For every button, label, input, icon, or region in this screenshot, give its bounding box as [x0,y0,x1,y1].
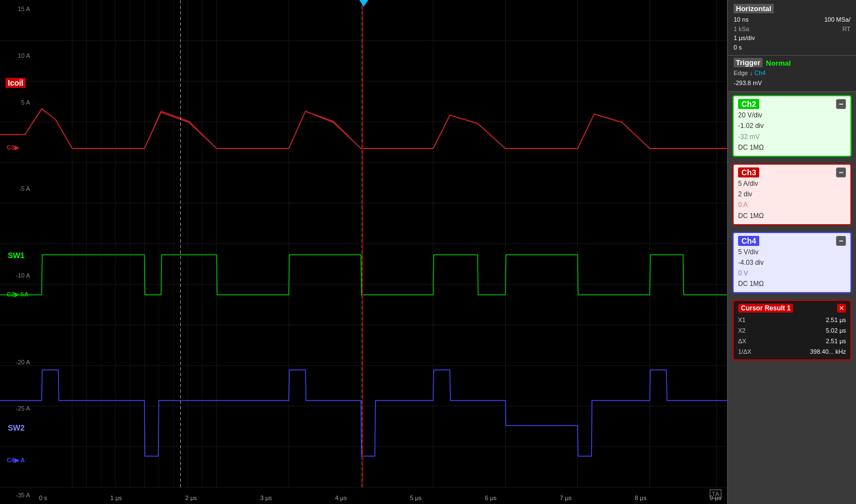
ch4-card-header: Ch4 − [738,236,846,246]
ch3-offset-val: 0 A [738,200,846,210]
x-label-5us: 5 μs [410,495,422,501]
oscilloscope-display: 15 A 10 A 5 A -5 A -10 A -20 A -25 A -35… [0,0,728,504]
cursor-close-button[interactable]: ✕ [837,304,846,313]
record-val: 1 kSa [734,24,749,34]
cursor-dx-row: ΔX 2.51 μs [738,336,846,347]
divs-val: 1 μs/div [734,33,755,43]
scope-svg [0,0,727,504]
x-label-7us: 7 μs [560,495,571,501]
x-label-0s: 0 s [39,495,47,501]
cursor-x2-val: 5.02 μs [826,325,846,336]
ch3-minus-button[interactable]: − [836,167,846,177]
cursor-x1-row: X1 2.51 μs [738,315,846,325]
cursor-x1-label: X1 [738,315,745,325]
x-label-8us: 8 μs [635,495,646,501]
trigger-type-row: Edge ↓ Ch4 [734,68,850,78]
ch2-card[interactable]: Ch2 − 20 V/div -1.02 div -32 mV DC 1MΩ [733,95,852,157]
ch4-info: 5 V/div -4.03 div 0 V DC 1MΩ [738,247,846,290]
cursor-title: Cursor Result 1 [738,304,793,313]
cursor-result-card: Cursor Result 1 ✕ X1 2.51 μs X2 5.02 μs … [733,300,852,360]
ch2-volts-div: 20 V/div [738,110,846,121]
trigger-type: Edge [734,70,748,76]
ch2-sw1-signal [0,255,727,295]
ch3-volts-div: 5 A/div [738,179,846,189]
horizontal-offset-row: 0 s [734,43,850,52]
ch3-offset-div: 2 div [738,189,846,200]
ch2-name: Ch2 [738,99,759,109]
cursor-x2-row: X2 5.02 μs [738,325,846,336]
timebase-val: 10 ns [734,15,749,24]
ch3-icoil-signal [0,109,727,149]
x-label-2us: 2 μs [185,495,197,501]
ch4-offset-val: 0 V [738,268,846,279]
trigger-marker [359,0,368,7]
ch3-info: 5 A/div 2 div 0 A DC 1MΩ [738,179,846,221]
cursor-inv-label: 1/ΔX [738,347,751,357]
ta-badge: TA [710,490,721,498]
horizontal-title: Horizontal [734,3,850,15]
x-label-6us: 6 μs [485,495,497,501]
trigger-section: Trigger Normal Edge ↓ Ch4 -293.8 mV [728,56,856,92]
horizontal-record-row: 1 kSa RT [734,24,850,34]
c2-marker: C2▶ 5A [4,290,31,299]
sw2-label: SW2 [6,423,27,433]
ch4-offset-div: -4.03 div [738,258,846,268]
cursor-dx-label: ΔX [738,336,746,347]
ch3-name: Ch3 [738,167,759,177]
ch4-volts-div: 5 V/div [738,247,846,258]
sample-rate-val: 100 MSa/ [824,15,850,24]
cursor-card-header: Cursor Result 1 ✕ [738,304,846,313]
trigger-level-row: -293.8 mV [734,78,850,88]
ch4-card[interactable]: Ch4 − 5 V/div -4.03 div 0 V DC 1MΩ [733,232,852,294]
cursor-dx-val: 2.51 μs [826,336,846,347]
trigger-title: Trigger [734,58,763,67]
ch2-minus-button[interactable]: − [836,99,846,109]
x-label-3us: 3 μs [260,495,272,501]
ch3-coupling: DC 1MΩ [738,211,846,221]
cursor-inv-row: 1/ΔX 398.40... kHz [738,347,846,357]
trigger-level: -293.8 mV [734,80,762,86]
c4-marker: C4▶ A [4,456,27,465]
ch3-card-header: Ch3 − [738,167,846,177]
cursor-x1-val: 2.51 μs [826,315,846,325]
offset-val: 0 s [734,43,742,52]
trigger-status: Normal [766,59,791,67]
mode-val: RT [843,24,850,34]
ch4-minus-button[interactable]: − [836,236,846,246]
ch2-coupling: DC 1MΩ [738,142,846,153]
trigger-channel: Ch4 [754,70,765,76]
x-axis-labels: 0 s 1 μs 2 μs 3 μs 4 μs 5 μs 6 μs 7 μs 8… [33,495,727,501]
x-label-4us: 4 μs [335,495,347,501]
c3-marker: C3▶ [4,144,21,152]
horizontal-timebase-row: 10 ns 100 MSa/ [734,15,850,24]
ch2-offset-val: -32 mV [738,132,846,142]
sw1-label: SW1 [6,250,27,260]
ch2-offset-div: -1.02 div [738,121,846,131]
right-panel: Horizontal 10 ns 100 MSa/ 1 kSa RT 1 μs/… [728,0,856,504]
x-label-1us: 1 μs [110,495,122,501]
ch4-name: Ch4 [738,236,759,246]
ch4-coupling: DC 1MΩ [738,279,846,289]
horizontal-section: Horizontal 10 ns 100 MSa/ 1 kSa RT 1 μs/… [728,0,856,56]
trigger-header-row: Trigger Normal [734,58,850,68]
cursor-inv-val: 398.40... kHz [810,347,846,357]
ch2-info: 20 V/div -1.02 div -32 mV DC 1MΩ [738,110,846,153]
icoil-label: Icoil [6,78,26,88]
ch4-sw2-signal [0,370,727,456]
ch3-card[interactable]: Ch3 − 5 A/div 2 div 0 A DC 1MΩ [733,164,852,225]
ch2-card-header: Ch2 − [738,99,846,109]
cursor-x2-label: X2 [738,325,745,336]
horizontal-divs-row: 1 μs/div [734,33,850,43]
